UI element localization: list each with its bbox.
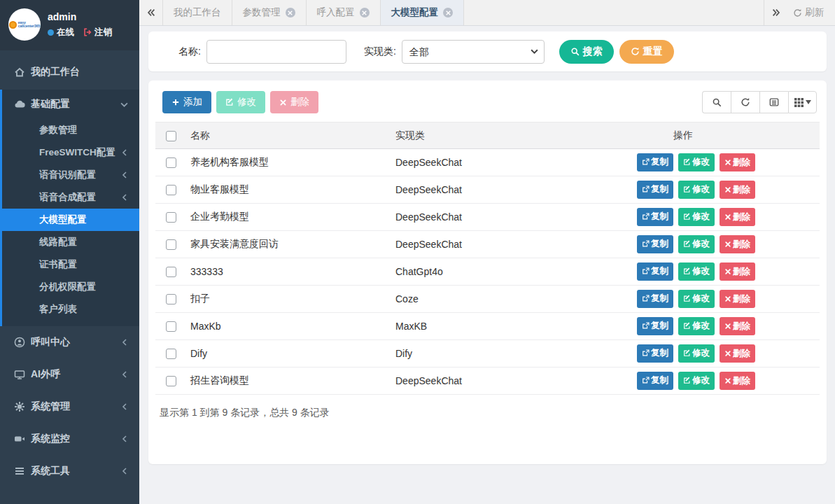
row-checkbox[interactable] [166, 294, 176, 304]
toggle-view-button[interactable] [759, 91, 788, 113]
table-refresh-button[interactable] [731, 91, 759, 113]
reset-button[interactable]: 重置 [619, 40, 674, 64]
close-icon[interactable] [443, 8, 453, 18]
search-icon [712, 97, 722, 107]
row-delete-button[interactable]: 删除 [720, 372, 755, 390]
logout-link[interactable]: 注销 [83, 27, 112, 38]
row-delete-button[interactable]: 删除 [720, 181, 755, 199]
sidebar-subitem-customer-list[interactable]: 客户列表 [2, 298, 139, 321]
double-chevron-left-icon [146, 8, 156, 18]
sidebar-subitem-param-management[interactable]: 参数管理 [2, 119, 139, 141]
sidebar-item-call-center[interactable]: 呼叫中心 [0, 326, 139, 358]
row-checkbox[interactable] [166, 185, 176, 195]
delete-x-icon [724, 214, 731, 220]
copy-button[interactable]: 复制 [637, 372, 673, 390]
sidebar-subitem-freeswitch-config[interactable]: FreeSWITCH配置 [2, 141, 139, 164]
copy-button[interactable]: 复制 [637, 262, 673, 281]
row-edit-button[interactable]: 修改 [678, 344, 715, 363]
tab-param-management[interactable]: 参数管理 [232, 0, 307, 25]
copy-icon [642, 213, 650, 220]
tab-inbound-config[interactable]: 呼入配置 [307, 0, 381, 25]
row-checkbox[interactable] [166, 376, 176, 386]
row-edit-button[interactable]: 修改 [678, 153, 715, 172]
sidebar-subitem-ext-permission-config[interactable]: 分机权限配置 [2, 276, 139, 298]
row-edit-button[interactable]: 修改 [678, 317, 715, 335]
tab-workbench[interactable]: 我的工作台 [163, 0, 232, 25]
list-view-icon [769, 97, 779, 107]
row-edit-button[interactable]: 修改 [678, 262, 715, 281]
chevron-left-icon [121, 339, 128, 346]
row-checkbox[interactable] [166, 349, 176, 359]
sidebar-item-system-monitor[interactable]: 系统监控 [0, 423, 139, 455]
row-edit-button[interactable]: 修改 [678, 208, 715, 226]
row-delete-button[interactable]: 删除 [720, 262, 755, 281]
row-delete-button[interactable]: 删除 [720, 235, 755, 253]
close-icon[interactable] [360, 8, 370, 18]
sidebar-item-system-management[interactable]: 系统管理 [0, 391, 139, 423]
delete-x-icon [724, 350, 731, 357]
sidebar-item-label: 我的工作台 [31, 66, 80, 78]
tabs-scroll-right-button[interactable] [764, 0, 787, 25]
row-checkbox[interactable] [166, 212, 176, 223]
sidebar-subitem-cert-config[interactable]: 证书配置 [2, 253, 139, 276]
tabs-scroll-left-button[interactable] [139, 0, 163, 25]
column-header-actions: 操作 [633, 122, 820, 149]
sidebar-item-workbench[interactable]: 我的工作台 [0, 56, 139, 88]
row-checkbox[interactable] [166, 158, 176, 168]
row-checkbox[interactable] [166, 267, 176, 277]
row-delete-button[interactable]: 删除 [720, 208, 755, 226]
copy-button[interactable]: 复制 [637, 208, 673, 226]
add-button[interactable]: 添加 [162, 91, 211, 113]
table-row: 333333 ChatGpt4o 复制 修改 删除 [155, 258, 820, 286]
delete-x-icon [724, 186, 731, 193]
delete-x-icon [724, 295, 731, 302]
refresh-tabs-button[interactable]: 刷新 [787, 0, 835, 25]
name-input[interactable] [206, 40, 346, 64]
row-delete-button[interactable]: 删除 [720, 317, 755, 335]
copy-button[interactable]: 复制 [637, 344, 673, 363]
edit-icon [683, 349, 691, 357]
select-all-checkbox[interactable] [166, 131, 176, 141]
sidebar-nav: 我的工作台 基础配置 参数管理 FreeS [0, 50, 139, 487]
chevron-left-icon [121, 468, 128, 475]
delete-x-icon [724, 377, 731, 384]
sidebar-item-ai-outbound[interactable]: AI外呼 [0, 358, 139, 391]
delete-button[interactable]: 删除 [270, 91, 318, 113]
row-edit-button[interactable]: 修改 [678, 181, 715, 199]
sidebar-subitem-tts-config[interactable]: 语音合成配置 [2, 186, 139, 209]
table-panel: 添加 修改 删除 [148, 80, 827, 464]
row-delete-button[interactable]: 删除 [720, 153, 755, 172]
edit-icon [683, 295, 691, 302]
row-checkbox[interactable] [166, 321, 176, 332]
row-checkbox[interactable] [166, 239, 176, 250]
copy-icon [642, 240, 650, 248]
columns-button[interactable] [788, 91, 817, 113]
copy-button[interactable]: 复制 [637, 317, 673, 335]
copy-button[interactable]: 复制 [637, 181, 673, 199]
caret-down-icon [806, 100, 811, 104]
row-impl-cell: Coze [395, 286, 633, 313]
sidebar-item-base-config[interactable]: 基础配置 [2, 90, 139, 119]
double-chevron-right-icon [771, 8, 781, 18]
edit-button[interactable]: 修改 [216, 91, 265, 113]
close-icon[interactable] [286, 8, 295, 18]
row-delete-button[interactable]: 删除 [720, 290, 755, 308]
row-impl-cell: DeepSeekChat [395, 368, 633, 395]
copy-button[interactable]: 复制 [637, 235, 673, 253]
cloud-config-icon [14, 99, 25, 110]
row-edit-button[interactable]: 修改 [678, 290, 715, 308]
sidebar-subitem-line-config[interactable]: 线路配置 [2, 231, 139, 253]
copy-button[interactable]: 复制 [637, 290, 673, 308]
row-edit-button[interactable]: 修改 [678, 372, 715, 390]
refresh-icon [793, 8, 802, 18]
impl-class-select[interactable]: 全部 [402, 40, 545, 64]
sidebar-item-system-tools[interactable]: 系统工具 [0, 455, 139, 487]
sidebar-subitem-llm-config[interactable]: 大模型配置 [0, 209, 139, 231]
table-search-button[interactable] [702, 91, 731, 113]
search-button[interactable]: 搜索 [559, 40, 614, 64]
copy-button[interactable]: 复制 [637, 153, 673, 172]
tab-llm-config[interactable]: 大模型配置 [381, 0, 465, 25]
row-edit-button[interactable]: 修改 [678, 235, 715, 253]
sidebar-subitem-asr-config[interactable]: 语音识别配置 [2, 164, 139, 186]
row-delete-button[interactable]: 删除 [720, 344, 755, 363]
